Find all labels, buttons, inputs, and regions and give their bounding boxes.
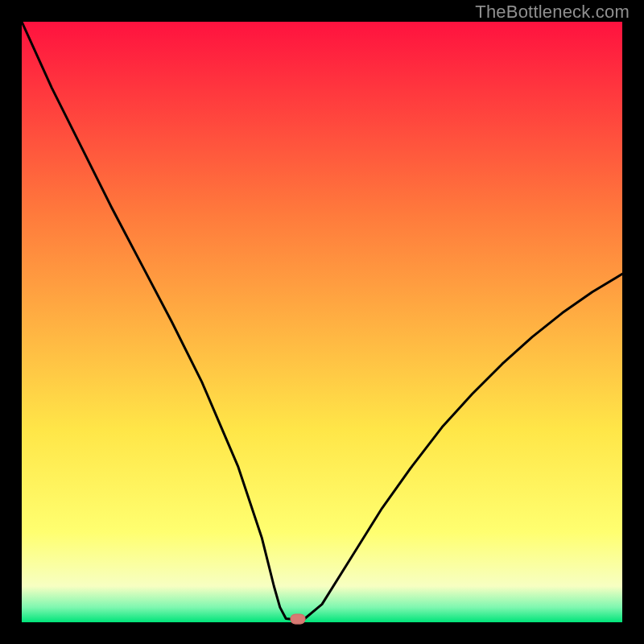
gradient-background [22, 22, 622, 622]
plot-svg [22, 22, 622, 622]
plot-area [22, 22, 622, 622]
optimal-point-marker [291, 614, 306, 625]
chart-frame: TheBottleneck.com [0, 0, 644, 644]
watermark-text: TheBottleneck.com [475, 2, 630, 23]
